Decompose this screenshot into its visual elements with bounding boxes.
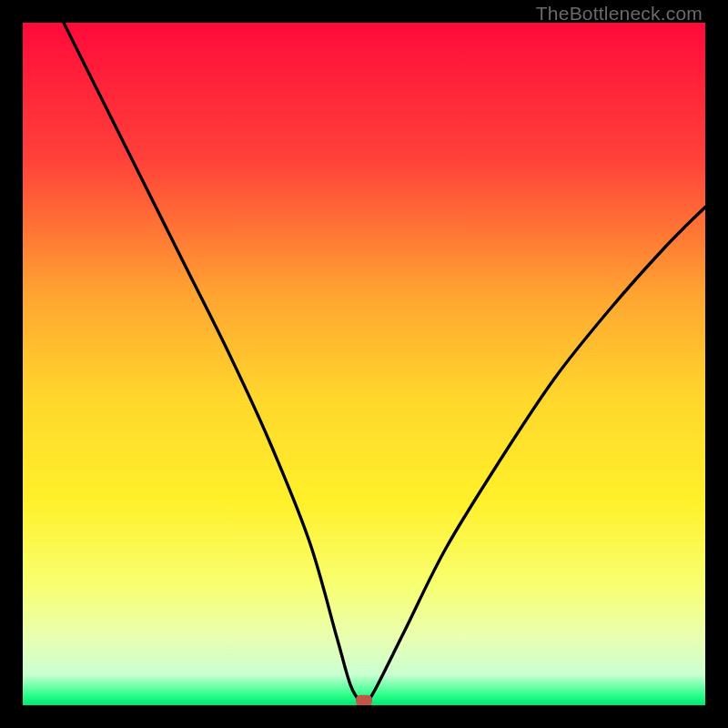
bottleneck-chart <box>23 23 705 705</box>
valley-marker <box>356 695 372 705</box>
chart-frame <box>23 23 705 705</box>
watermark-text: TheBottleneck.com <box>536 3 703 25</box>
chart-background <box>23 23 705 705</box>
